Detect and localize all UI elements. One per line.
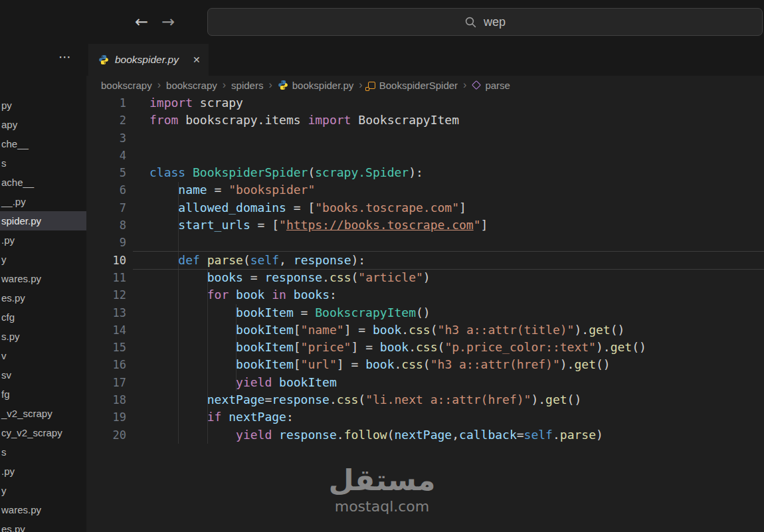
sidebar-item-14[interactable]: sv: [0, 365, 86, 385]
breadcrumb-item-2[interactable]: spiders: [231, 80, 263, 91]
sidebar-item-8[interactable]: y: [0, 250, 86, 269]
line-number: 16: [86, 356, 126, 373]
sidebar-item-6[interactable]: spider.py: [0, 211, 86, 230]
sidebar-item-1[interactable]: apy: [0, 115, 86, 134]
code-text: [126, 147, 149, 164]
more-actions-icon[interactable]: ⋯: [58, 49, 72, 64]
search-icon: [464, 16, 477, 29]
code-text: [126, 130, 149, 147]
titlebar: ← → wep: [0, 0, 764, 44]
sidebar-item-2[interactable]: che__: [0, 134, 86, 153]
line-number: 10: [86, 252, 126, 269]
code-line-16[interactable]: 16 bookItem["url"] = book.css("h3 a::att…: [86, 356, 764, 373]
sidebar-item-0[interactable]: py: [0, 96, 86, 115]
code-line-19[interactable]: 19 if nextPage:: [86, 408, 764, 426]
command-center-search[interactable]: wep: [207, 8, 763, 36]
sidebar-item-16[interactable]: _v2_scrapy: [0, 404, 86, 423]
code-line-13[interactable]: 13 bookItem = BookscrapyItem(): [86, 304, 764, 321]
code-text: allowed_domains = ["books.toscrape.com"]: [126, 199, 466, 217]
sidebar-item-19[interactable]: .py: [0, 462, 86, 481]
code-text: [126, 234, 149, 251]
line-number: 18: [86, 391, 126, 408]
code-text: bookItem = BookscrapyItem(): [126, 304, 430, 321]
sidebar-item-5[interactable]: __.py: [0, 192, 86, 211]
chevron-right-icon: ›: [463, 79, 466, 91]
code-line-1[interactable]: 1import scrapy: [86, 94, 764, 112]
sidebar-item-9[interactable]: wares.py: [0, 269, 86, 288]
code-line-6[interactable]: 6 name = "bookspider": [86, 181, 764, 199]
chevron-right-icon: ›: [157, 79, 161, 91]
code-line-17[interactable]: 17 yield bookItem: [86, 374, 764, 391]
line-number: 5: [86, 164, 126, 181]
code-text: class BookspiderSpider(scrapy.Spider):: [126, 164, 423, 181]
sidebar-item-17[interactable]: cy_v2_scrapy: [0, 423, 86, 442]
breadcrumb-item-1[interactable]: bookscrapy: [166, 80, 217, 91]
code-line-9[interactable]: 9: [86, 234, 764, 251]
breadcrumb-item-3[interactable]: bookspider.py: [278, 80, 354, 91]
sidebar-item-15[interactable]: fg: [0, 385, 86, 404]
sidebar-item-20[interactable]: y: [0, 481, 86, 500]
sidebar-item-18[interactable]: s: [0, 442, 86, 462]
code-line-15[interactable]: 15 bookItem["price"] = book.css("p.price…: [86, 339, 764, 356]
breadcrumb-label: parse: [485, 80, 510, 91]
line-number: 7: [86, 199, 126, 217]
code-text: books = response.css("article"): [126, 269, 430, 286]
line-number: 2: [86, 112, 126, 129]
code-line-2[interactable]: 2from bookscrapy.items import Bookscrapy…: [86, 112, 764, 129]
line-number: 19: [86, 408, 126, 426]
sidebar-item-11[interactable]: cfg: [0, 308, 86, 327]
close-tab-icon[interactable]: ✕: [193, 54, 201, 65]
sidebar-item-12[interactable]: s.py: [0, 327, 86, 346]
code-text: bookItem["name"] = book.css("h3 a::attr(…: [126, 321, 624, 339]
code-text: start_urls = ["https://books.toscrape.co…: [126, 217, 488, 234]
breadcrumb-item-5[interactable]: parse: [472, 80, 510, 91]
code-line-8[interactable]: 8 start_urls = ["https://books.toscrape.…: [86, 217, 764, 234]
tab-bookspider-py[interactable]: bookspider.py ✕: [88, 44, 209, 76]
breadcrumb-item-4[interactable]: BookspiderSpider: [368, 80, 458, 91]
code-line-14[interactable]: 14 bookItem["name"] = book.css("h3 a::at…: [86, 321, 764, 339]
code-line-7[interactable]: 7 allowed_domains = ["books.toscrape.com…: [86, 199, 764, 217]
tab-label: bookspider.py: [115, 54, 179, 66]
breadcrumb: bookscrapy›bookscrapy›spiders›bookspider…: [86, 76, 764, 94]
line-number: 15: [86, 339, 126, 356]
forward-arrow-icon[interactable]: →: [161, 14, 175, 30]
chevron-right-icon: ›: [359, 79, 362, 91]
line-number: 13: [86, 304, 126, 321]
back-arrow-icon[interactable]: ←: [135, 14, 148, 30]
code-line-5[interactable]: 5class BookspiderSpider(scrapy.Spider):: [86, 164, 764, 181]
nav-history: ← →: [135, 0, 175, 44]
code-line-20[interactable]: 20 yield response.follow(nextPage,callba…: [86, 426, 764, 444]
sidebar-item-7[interactable]: .py: [0, 230, 86, 250]
breadcrumb-label: bookscrapy: [166, 80, 217, 91]
sidebar-item-10[interactable]: es.py: [0, 288, 86, 308]
code-text: if nextPage:: [126, 408, 294, 426]
breadcrumb-label: bookscrapy: [101, 80, 152, 91]
sidebar-item-4[interactable]: ache__: [0, 173, 86, 192]
sidebar-item-21[interactable]: wares.py: [0, 500, 86, 519]
line-number: 9: [86, 234, 126, 251]
code-text: bookItem["price"] = book.css("p.price_co…: [126, 339, 646, 356]
code-line-3[interactable]: 3: [86, 130, 764, 147]
line-number: 6: [86, 181, 126, 199]
class-symbol-icon: [368, 82, 375, 89]
line-number: 8: [86, 217, 126, 234]
code-text: import scrapy: [126, 94, 243, 112]
breadcrumb-label: bookspider.py: [292, 80, 354, 91]
line-number: 1: [86, 94, 126, 112]
code-text: nextPage=response.css("li.next a::attr(h…: [126, 391, 581, 408]
code-line-4[interactable]: 4: [86, 147, 764, 164]
code-text: for book in books:: [126, 286, 337, 304]
code-line-11[interactable]: 11 books = response.css("article"): [86, 269, 764, 286]
sidebar-item-22[interactable]: es.py: [0, 519, 86, 532]
code-line-18[interactable]: 18 nextPage=response.css("li.next a::att…: [86, 391, 764, 408]
sidebar-item-13[interactable]: v: [0, 346, 86, 365]
line-number: 3: [86, 130, 126, 147]
code-line-12[interactable]: 12 for book in books:: [86, 286, 764, 304]
code-text: def parse(self, response):: [126, 252, 365, 269]
breadcrumb-item-0[interactable]: bookscrapy: [101, 80, 152, 91]
code-area[interactable]: 1import scrapy2from bookscrapy.items imp…: [86, 94, 764, 532]
sidebar-item-3[interactable]: s: [0, 153, 86, 173]
python-file-icon: [98, 54, 109, 65]
code-line-10[interactable]: 10 def parse(self, response):: [86, 252, 764, 269]
breadcrumb-label: spiders: [231, 80, 263, 91]
